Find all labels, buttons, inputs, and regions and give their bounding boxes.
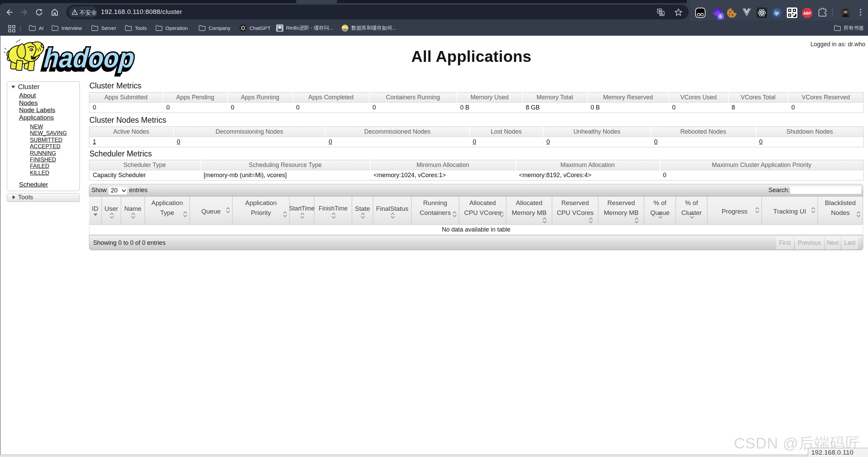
svg-text:6: 6 — [719, 13, 722, 19]
svg-text:ABP: ABP — [803, 11, 811, 15]
svg-text:ip: ip — [775, 10, 779, 16]
